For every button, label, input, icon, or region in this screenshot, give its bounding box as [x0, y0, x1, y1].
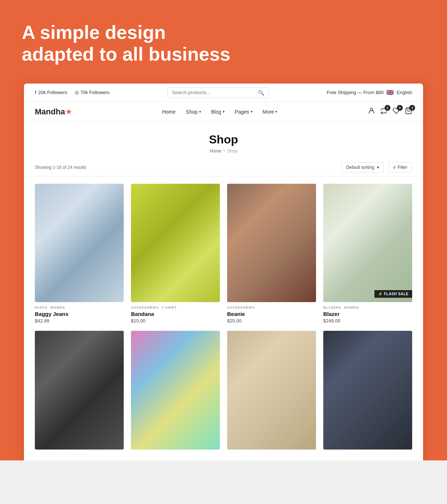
- nav-more[interactable]: More ▾: [263, 109, 278, 115]
- product-image: ⚡ FLASH SALE: [323, 184, 412, 302]
- product-image: [227, 331, 316, 450]
- nav-blog[interactable]: Blog ▾: [211, 109, 225, 115]
- product-name[interactable]: Baggy Jeans: [35, 311, 124, 317]
- product-category-label: T-SHIRT: [162, 306, 177, 309]
- flag-icon: 🇬🇧: [386, 89, 394, 96]
- search-input[interactable]: [172, 90, 255, 95]
- product-price: $249.00: [323, 318, 412, 324]
- instagram-icon: ◎: [75, 90, 79, 95]
- product-price: $42.99: [35, 318, 124, 324]
- top-bar: f 20k Followers ◎ 70k Followers 🔍 Free S…: [24, 84, 423, 102]
- product-price: $15.00: [131, 318, 220, 324]
- product-card[interactable]: ACCESSORIESBeanie$25.00: [227, 184, 316, 324]
- sort-chevron: ▾: [377, 165, 379, 170]
- cart-icon-btn[interactable]: 3: [405, 107, 412, 116]
- social-links: f 20k Followers ◎ 70k Followers: [35, 90, 110, 95]
- sort-select[interactable]: Default sorting ▾: [341, 162, 384, 172]
- search-icon: 🔍: [258, 90, 264, 95]
- nav-home[interactable]: Home: [162, 109, 176, 115]
- product-name[interactable]: Beanie: [227, 311, 316, 317]
- shop-header: Shop Home • Shop: [24, 122, 423, 159]
- logo-star: ★: [66, 108, 71, 116]
- compare-badge: 2: [385, 105, 390, 111]
- main-nav: Mandha★ Home Shop ▾ Blog ▾ Pages ▾: [24, 102, 423, 122]
- pages-chevron: ▾: [251, 110, 253, 114]
- product-card[interactable]: ACCESSORIEST-SHIRTBandana$15.00: [131, 184, 220, 324]
- product-category-label: WOMEN: [50, 306, 65, 309]
- facebook-icon: f: [35, 90, 36, 95]
- product-card[interactable]: [227, 331, 316, 450]
- product-category-label: BLAZERS: [323, 306, 341, 309]
- product-category-label: WOMEN: [344, 306, 359, 309]
- product-category-label: ACCESSORIES: [131, 306, 159, 309]
- shop-chevron: ▾: [199, 110, 201, 114]
- logo-text: Mandha: [35, 107, 65, 117]
- cart-badge: 3: [409, 105, 415, 111]
- product-category-label: ACCESSORIES: [227, 306, 255, 309]
- product-name[interactable]: Blazer: [323, 311, 412, 317]
- product-card[interactable]: [323, 331, 412, 450]
- product-card[interactable]: [35, 331, 124, 450]
- nav-pages[interactable]: Pages ▾: [235, 109, 253, 115]
- product-image: [35, 184, 124, 302]
- breadcrumb-separator: •: [224, 149, 225, 154]
- product-categories: ACCESSORIES: [227, 306, 316, 309]
- product-card[interactable]: PANTSWOMENBaggy Jeans$42.99: [35, 184, 124, 324]
- product-image: [131, 331, 220, 450]
- filter-icon: ≡: [393, 165, 395, 170]
- filter-bar-right: Default sorting ▾ ≡ Filter: [341, 162, 412, 172]
- product-card[interactable]: [131, 331, 220, 450]
- filter-bar: Showing 1-16 of 24 results Default sorti…: [24, 159, 423, 176]
- top-bar-right: Free Shipping — From $80 🇬🇧 English: [327, 89, 412, 96]
- page-title: Shop: [31, 133, 416, 146]
- search-bar[interactable]: 🔍: [167, 87, 269, 98]
- product-name[interactable]: Bandana: [131, 311, 220, 317]
- flash-sale-badge: ⚡ FLASH SALE: [374, 290, 412, 298]
- breadcrumb-home[interactable]: Home: [210, 149, 221, 154]
- language-selector[interactable]: English: [397, 90, 412, 95]
- nav-icons: 2 8 3: [368, 107, 412, 116]
- wishlist-badge: 8: [397, 105, 403, 111]
- nav-shop[interactable]: Shop ▾: [186, 109, 201, 115]
- blog-chevron: ▾: [223, 110, 225, 114]
- product-card[interactable]: ⚡ FLASH SALEBLAZERSWOMENBlazer$249.00: [323, 184, 412, 324]
- svg-point-0: [370, 108, 373, 111]
- product-image: [227, 184, 316, 302]
- account-icon-btn[interactable]: [368, 107, 375, 116]
- product-category-label: PANTS: [35, 306, 48, 309]
- product-image: [323, 331, 412, 450]
- hero-title: A simple design adapted to all business: [22, 22, 239, 65]
- product-image: [35, 331, 124, 450]
- breadcrumb: Home • Shop: [31, 149, 416, 154]
- breadcrumb-current: Shop: [227, 149, 237, 154]
- products-grid: PANTSWOMENBaggy Jeans$42.99ACCESSORIEST-…: [35, 184, 412, 450]
- more-chevron: ▾: [275, 110, 277, 114]
- site-logo[interactable]: Mandha★: [35, 107, 71, 117]
- site-card: f 20k Followers ◎ 70k Followers 🔍 Free S…: [24, 84, 423, 460]
- compare-icon-btn[interactable]: 2: [380, 107, 387, 116]
- instagram-followers[interactable]: ◎ 70k Followers: [75, 90, 110, 95]
- hero-section: A simple design adapted to all business …: [0, 0, 447, 460]
- wishlist-icon-btn[interactable]: 8: [393, 107, 400, 116]
- product-price: $25.00: [227, 318, 316, 324]
- product-image: [131, 184, 220, 302]
- products-section: PANTSWOMENBaggy Jeans$42.99ACCESSORIEST-…: [24, 180, 423, 460]
- nav-links: Home Shop ▾ Blog ▾ Pages ▾ More ▾: [162, 109, 278, 115]
- product-categories: PANTSWOMEN: [35, 306, 124, 309]
- shipping-info: Free Shipping — From $80: [327, 90, 384, 95]
- product-categories: ACCESSORIEST-SHIRT: [131, 306, 220, 309]
- filter-button[interactable]: ≡ Filter: [388, 162, 412, 172]
- results-count: Showing 1-16 of 24 results: [35, 165, 86, 170]
- product-categories: BLAZERSWOMEN: [323, 306, 412, 309]
- facebook-followers[interactable]: f 20k Followers: [35, 90, 67, 95]
